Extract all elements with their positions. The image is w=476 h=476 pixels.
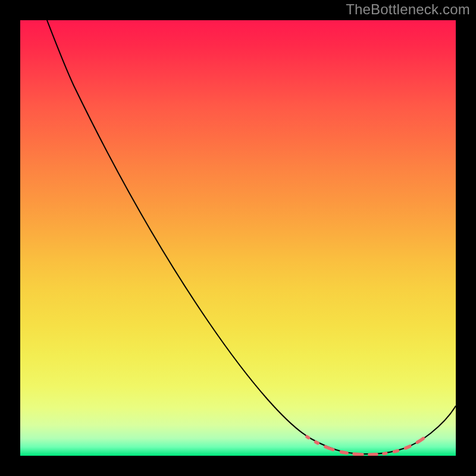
bottleneck-curve xyxy=(47,20,456,454)
watermark-text: TheBottleneck.com xyxy=(346,1,470,18)
curve-svg xyxy=(20,20,456,456)
plot-area xyxy=(20,20,456,456)
